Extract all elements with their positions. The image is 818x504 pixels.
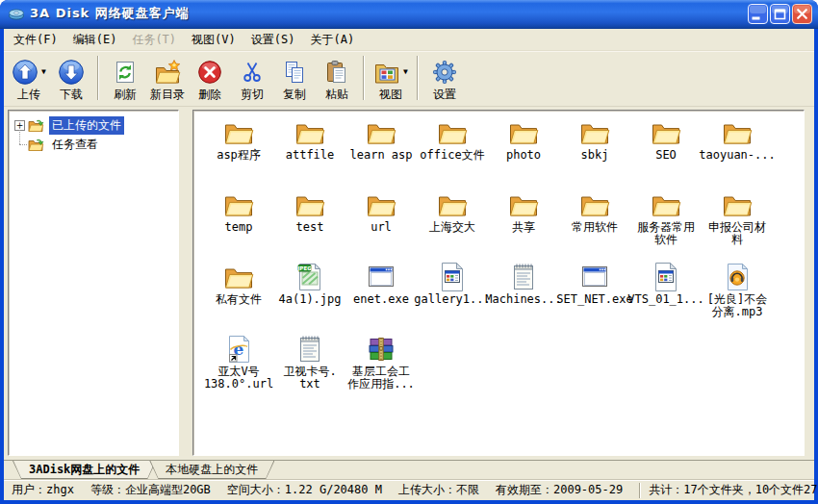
status-user: 用户：zhgx	[12, 482, 74, 498]
toolbar-separator	[417, 56, 419, 100]
file-item-label: 共享	[512, 221, 535, 234]
toolbar-cut-button[interactable]: 剪切	[231, 53, 273, 103]
file-list-panel: asp程序attfilelearn aspoffice文件photosbkjSE…	[192, 110, 805, 456]
file-item[interactable]: test	[274, 189, 345, 262]
file-item-label: 申报公司材 料	[708, 221, 766, 246]
settings-icon	[432, 60, 457, 85]
close-button[interactable]	[792, 4, 812, 24]
file-item[interactable]: asp程序	[203, 117, 274, 189]
file-item[interactable]: photo	[488, 117, 559, 189]
status-level: 等级：企业高端型20GB	[90, 482, 211, 498]
file-item[interactable]: sbkj	[559, 117, 630, 189]
file-item-label: [光良]不会 分离.mp3	[707, 293, 767, 318]
folder-icon	[223, 117, 254, 148]
file-grid: asp程序attfilelearn aspoffice文件photosbkjSE…	[193, 111, 804, 406]
toolbar-view-label: 视图	[379, 88, 402, 101]
toolbar-paste-button[interactable]: 粘贴	[316, 53, 358, 103]
file-item[interactable]: gallery1...	[417, 262, 488, 334]
tree-item-label[interactable]: 任务查看	[49, 136, 101, 154]
file-item[interactable]: 上海交大	[417, 189, 488, 262]
file-item-label: url	[371, 221, 392, 234]
status-total: 共计：17个文件夹，10个文件27.57 M	[649, 482, 818, 498]
file-item[interactable]: SEO	[630, 117, 702, 189]
file-item[interactable]: SET_NET.exe	[559, 262, 630, 334]
file-item[interactable]: e亚太V号 138.0°.url	[203, 334, 274, 406]
view-icon	[373, 59, 400, 86]
folder-icon	[579, 117, 610, 148]
toolbar-copy-icon-row	[282, 58, 307, 87]
file-item[interactable]: 申报公司材 料	[702, 189, 773, 262]
menu-item-file[interactable]: 文件(F)	[6, 29, 65, 51]
tree-item-uploaded-files[interactable]: +已上传的文件	[9, 115, 178, 135]
file-item[interactable]: 卫视卡号. txt	[274, 334, 345, 406]
menu-item-settings[interactable]: 设置(S)	[243, 29, 303, 51]
toolbar-copy-button[interactable]: 复制	[273, 53, 316, 103]
url-icon: e	[223, 334, 254, 365]
toolbar-new-folder-label: 新目录	[150, 88, 185, 101]
folder-icon	[366, 189, 396, 220]
file-item[interactable]: office文件	[417, 117, 488, 189]
rar-icon	[366, 334, 396, 365]
minimize-button[interactable]	[748, 4, 768, 24]
toolbar-view-icon-row: ▼	[373, 58, 408, 87]
toolbar-cut-label: 剪切	[241, 88, 264, 101]
toolbar-refresh-button[interactable]: 刷新	[104, 53, 146, 103]
folder-icon	[722, 117, 753, 148]
svg-text:JPEG: JPEG	[296, 265, 312, 272]
file-item[interactable]: Machines...	[488, 262, 559, 334]
file-item-label: SEO	[655, 149, 677, 162]
toolbar-upload-button[interactable]: ▼上传	[8, 53, 50, 103]
menu-item-about[interactable]: 关于(A)	[302, 29, 362, 51]
menu-item-view[interactable]: 视图(V)	[184, 29, 243, 51]
file-item[interactable]: 服务器常用 软件	[630, 189, 702, 262]
dropdown-caret-icon[interactable]: ▼	[41, 68, 46, 76]
tree-item-task-view[interactable]: 任务查看	[9, 135, 178, 154]
folder-icon	[223, 189, 254, 220]
toolbar-settings-button[interactable]: 设置	[423, 53, 466, 103]
toolbar-download-button[interactable]: 下载	[50, 53, 92, 103]
toolbar-delete-label: 删除	[198, 88, 221, 101]
file-item[interactable]: 私有文件	[203, 262, 274, 334]
file-item[interactable]: attfile	[274, 117, 345, 189]
tree-connector	[14, 135, 28, 154]
file-item[interactable]: url	[345, 189, 417, 262]
tree-item-label[interactable]: 已上传的文件	[49, 116, 124, 135]
menu-item-edit[interactable]: 编辑(E)	[65, 29, 125, 51]
file-item[interactable]: taoyuan-...	[702, 117, 773, 189]
toolbar-download-icon-row	[58, 58, 85, 87]
file-item[interactable]: enet.exe	[345, 262, 417, 334]
tab-local-files[interactable]: 本地硬盘上的文件	[149, 461, 274, 479]
file-item-label: asp程序	[217, 149, 261, 162]
toolbar-new-folder-button[interactable]: 新目录	[146, 53, 189, 103]
status-upload-limit: 上传大小：不限	[398, 482, 479, 498]
exe-icon	[579, 262, 610, 292]
title-bar: 3A Disk 网络硬盘客户端	[0, 0, 818, 29]
file-item[interactable]: JPEG4a(1).jpg	[274, 262, 345, 334]
file-item[interactable]: 基层工会工 作应用指...	[345, 334, 417, 406]
paste-icon	[324, 60, 349, 85]
dropdown-caret-icon[interactable]: ▼	[403, 68, 408, 76]
toolbar-view-button[interactable]: ▼视图	[370, 53, 412, 103]
file-item[interactable]: 常用软件	[559, 189, 630, 262]
file-item[interactable]: temp	[203, 189, 274, 262]
window-title: 3A Disk 网络硬盘客户端	[30, 5, 748, 22]
file-item[interactable]: VTS_01_1...	[630, 262, 702, 334]
exe-icon	[366, 262, 396, 292]
toolbar-paste-label: 粘贴	[325, 88, 348, 101]
folder-icon	[366, 117, 396, 148]
toolbar-settings-label: 设置	[433, 88, 456, 101]
file-item-label: SET_NET.exe	[556, 293, 632, 306]
tab-netdisk-files[interactable]: 3ADisk网盘上的文件	[13, 461, 156, 479]
file-item[interactable]: learn asp	[345, 117, 417, 189]
file-item[interactable]: [光良]不会 分离.mp3	[702, 262, 773, 334]
file-item-label: 私有文件	[216, 293, 262, 306]
folder-icon	[508, 117, 539, 148]
maximize-button[interactable]	[770, 4, 790, 24]
folder-icon	[294, 189, 325, 220]
toolbar-cut-icon-row	[240, 58, 265, 87]
file-item[interactable]: 共享	[488, 189, 559, 262]
toolbar-delete-button[interactable]: 删除	[189, 53, 231, 103]
menu-bar: 文件(F)编辑(E)任务(T)视图(V)设置(S)关于(A)	[4, 29, 814, 50]
refresh-icon	[113, 60, 138, 85]
toolbar-settings-icon-row	[432, 58, 457, 87]
